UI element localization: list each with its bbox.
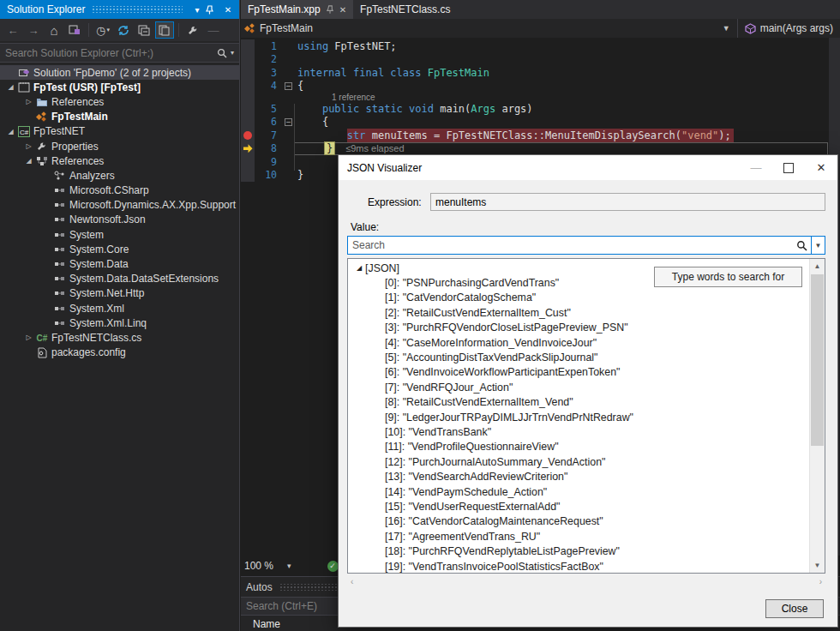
tree-item[interactable]: System.Xml.Linq — [0, 316, 239, 330]
breakpoint-margin[interactable] — [241, 155, 255, 169]
json-item[interactable]: [5]: "AccountingDistTaxVendPackSlipJourn… — [348, 350, 825, 364]
fold-collapse-icon[interactable]: – — [283, 82, 294, 90]
code-line[interactable]: 5 public static void main(Args args) — [241, 102, 840, 116]
code-line[interactable]: 2 — [241, 53, 840, 67]
preview-selected-items-icon[interactable] — [155, 21, 174, 39]
json-item[interactable]: [3]: "PurchRFQVendorCloseListPagePreview… — [348, 321, 825, 335]
tree-item[interactable]: System.Xml — [0, 301, 239, 316]
code-line[interactable]: 6– { — [241, 116, 840, 129]
close-icon[interactable]: ✕ — [805, 155, 837, 180]
list-vertical-scrollbar[interactable]: ▲ ▼ — [809, 259, 825, 573]
solution-search-box[interactable]: Search Solution Explorer (Ctrl+;) ▾ — [0, 43, 239, 63]
json-item[interactable]: [14]: "VendPaymSchedule_Action" — [348, 484, 825, 499]
json-item[interactable]: [11]: "VendProfileQuestionnaireView" — [348, 440, 825, 454]
code-line[interactable]: 1using FpTestNET; — [241, 39, 840, 53]
json-item[interactable]: [17]: "AgreementVendTrans_RU" — [348, 529, 825, 544]
tree-item[interactable]: Microsoft.Dynamics.AX.Xpp.Support — [0, 198, 239, 213]
properties-wrench-icon[interactable] — [183, 21, 202, 39]
scrollbar-thumb[interactable] — [811, 274, 824, 446]
maximize-icon[interactable] — [772, 155, 805, 180]
zoom-level-dropdown[interactable]: 100 % — [244, 560, 273, 572]
json-item[interactable]: [9]: "LedgerJourTRPayDIMLJJrTrnVendPrNtR… — [348, 410, 825, 424]
codelens-references[interactable]: 1 reference — [255, 93, 375, 102]
home-icon[interactable]: ⌂ — [45, 21, 63, 39]
pin-icon[interactable] — [205, 5, 220, 15]
scroll-right-icon[interactable]: › — [819, 577, 822, 586]
breakpoint-margin[interactable] — [241, 93, 255, 102]
tree-item[interactable]: System — [0, 227, 239, 242]
json-item[interactable]: [16]: "CatVendorCatalogMaintenanceReques… — [348, 514, 825, 529]
tree-item[interactable]: ◢References — [0, 153, 239, 168]
tree-item[interactable]: Solution 'FpDemo' (2 of 2 projects) — [0, 65, 239, 80]
json-item[interactable]: [13]: "VendSearchAddReviewCriterion" — [348, 469, 825, 484]
scroll-down-icon[interactable]: ▼ — [810, 558, 825, 573]
search-options-chevron-icon[interactable]: ▾ — [231, 49, 234, 57]
search-history-chevron-icon[interactable]: ▼ — [811, 237, 825, 254]
list-horizontal-scrollbar[interactable]: ‹ › — [347, 575, 825, 588]
code-line[interactable]: 4–{ — [241, 80, 840, 93]
breakpoint-dot-icon[interactable] — [243, 131, 252, 140]
tree-item[interactable]: System.Data.DataSetExtensions — [0, 272, 239, 286]
chevron-collapsed-icon[interactable]: ▷ — [23, 142, 34, 150]
tree-item[interactable]: ▷C#FpTestNETClass.cs — [0, 330, 239, 345]
tree-item[interactable]: ◢C#FpTestNET — [0, 124, 239, 139]
breakpoint-margin[interactable] — [241, 102, 255, 116]
tree-item[interactable]: Newtonsoft.Json — [0, 213, 239, 227]
breakpoint-margin[interactable] — [241, 169, 255, 183]
tree-item[interactable]: packages.config — [0, 346, 239, 360]
sync-with-active-document-icon[interactable] — [114, 21, 133, 39]
json-item[interactable]: [7]: "VendRFQJour_Action" — [348, 380, 825, 394]
current-statement-arrow[interactable] — [241, 142, 255, 156]
tree-item[interactable]: System.Data — [0, 256, 239, 271]
json-item[interactable]: [19]: "VendTransInvoicePoolStatisticsFac… — [348, 559, 825, 574]
solution-explorer-titlebar[interactable]: Solution Explorer ▾ ✕ — [0, 0, 239, 19]
chevron-expanded-icon[interactable]: ◢ — [23, 157, 34, 165]
search-icon[interactable] — [217, 48, 227, 58]
minimize-icon[interactable]: — — [740, 155, 772, 180]
chevron-down-icon[interactable]: ▾ — [287, 562, 291, 570]
breakpoint-margin[interactable] — [241, 80, 255, 93]
breakpoint-margin[interactable] — [241, 53, 255, 67]
member-dropdown[interactable]: main(Args args) — [737, 19, 840, 38]
window-position-menu-icon[interactable]: ▾ — [189, 5, 205, 15]
tree-item[interactable]: Analyzers — [0, 168, 239, 183]
scroll-left-icon[interactable]: ‹ — [351, 577, 353, 586]
json-item[interactable]: [4]: "CaseMoreInformation_VendInvoiceJou… — [348, 335, 825, 350]
breakpoint-indicator[interactable] — [241, 129, 255, 142]
switch-views-icon[interactable] — [65, 21, 84, 39]
code-line[interactable]: 8 }≤9ms elapsed — [241, 142, 840, 156]
json-item[interactable]: [8]: "RetailCustVendExternalItem_Vend" — [348, 395, 825, 410]
document-tab[interactable]: FpTestNETClass.cs — [353, 0, 457, 19]
chevron-collapsed-icon[interactable]: ▷ — [23, 98, 34, 105]
back-icon[interactable]: ← — [3, 21, 22, 39]
tree-item[interactable]: FpTestMain — [0, 110, 239, 124]
tree-item[interactable]: System.Net.Http — [0, 286, 239, 301]
chevron-collapsed-icon[interactable]: ▷ — [23, 334, 34, 341]
tree-expanded-icon[interactable]: ◢ — [353, 264, 365, 272]
document-tab[interactable]: FpTestMain.xpp✕ — [241, 0, 353, 19]
show-all-files-icon[interactable]: — — [204, 21, 223, 39]
pin-icon[interactable] — [326, 5, 334, 14]
chevron-down-icon[interactable]: ▼ — [723, 24, 730, 33]
json-item[interactable]: [2]: "RetailCustVendExternalItem_Cust" — [348, 305, 825, 320]
tree-item[interactable]: ▷Properties — [0, 139, 239, 153]
scroll-up-icon[interactable]: ▲ — [810, 259, 825, 273]
code-line[interactable]: 7 str menuItems = FpTestNETClass::MenuIt… — [241, 129, 840, 142]
close-button[interactable]: Close — [765, 599, 824, 618]
breakpoint-margin[interactable] — [241, 66, 255, 80]
close-icon[interactable]: ✕ — [220, 5, 236, 15]
search-icon[interactable] — [792, 240, 811, 251]
pending-changes-filter-icon[interactable]: ◷▾ — [93, 21, 112, 39]
tree-item[interactable]: ◢FpTest (USR) [FpTest] — [0, 80, 239, 94]
breakpoint-margin[interactable] — [241, 39, 255, 53]
json-item[interactable]: [1]: "CatVendorCatalogSchema" — [348, 291, 825, 305]
tree-item[interactable]: System.Core — [0, 242, 239, 256]
json-item[interactable]: [12]: "PurchJournalAutoSummary_VendActio… — [348, 454, 825, 469]
close-tab-icon[interactable]: ✕ — [339, 5, 346, 15]
tree-item[interactable]: Microsoft.CSharp — [0, 183, 239, 198]
json-item[interactable]: [10]: "VendTransBank" — [348, 424, 825, 439]
tree-item[interactable]: ▷References — [0, 94, 239, 109]
json-item[interactable]: [18]: "PurchRFQVendReplytableListPagePre… — [348, 544, 825, 558]
code-line[interactable]: 3internal final class FpTestMain — [241, 66, 840, 80]
chevron-expanded-icon[interactable]: ◢ — [5, 83, 16, 91]
